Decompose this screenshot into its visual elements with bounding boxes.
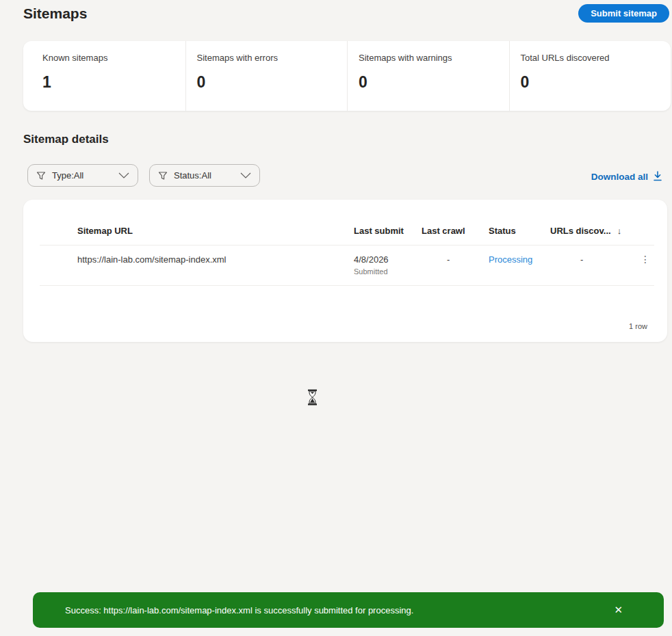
- toast-message: Success: https://lain-lab.com/sitemap-in…: [65, 605, 413, 615]
- stat-value: 1: [42, 73, 185, 92]
- stat-value: 0: [521, 73, 671, 92]
- close-icon[interactable]: ✕: [611, 602, 625, 618]
- last-submit-status: Submitted: [354, 267, 422, 276]
- sitemap-table: Sitemap URL Last submit Last crawl Statu…: [23, 200, 667, 342]
- column-header-last-submit[interactable]: Last submit: [354, 226, 422, 236]
- hourglass-busy-cursor-icon: [307, 389, 318, 408]
- chevron-down-icon: [240, 172, 251, 178]
- chevron-down-icon: [118, 172, 129, 178]
- last-submit-date: 4/8/2026: [354, 254, 422, 265]
- table-divider: [40, 285, 654, 286]
- submit-sitemap-button[interactable]: Submit sitemap: [578, 4, 669, 23]
- last-submit-cell: 4/8/2026 Submitted: [354, 254, 422, 276]
- download-all-label: Download all: [591, 172, 648, 182]
- stat-value: 0: [197, 73, 348, 92]
- section-title-sitemap-details: Sitemap details: [23, 133, 109, 146]
- stat-label: Sitemaps with warnings: [359, 53, 509, 63]
- last-crawl-cell: -: [422, 254, 489, 265]
- download-all-link[interactable]: Download all: [591, 171, 662, 182]
- urls-discovered-cell: -: [550, 254, 641, 265]
- type-filter-dropdown[interactable]: Type:All: [27, 164, 138, 187]
- table-header-row: Sitemap URL Last submit Last crawl Statu…: [23, 200, 667, 236]
- stats-summary: Known sitemaps 1 Sitemaps with errors 0 …: [23, 41, 671, 111]
- status-processing-link[interactable]: Processing: [489, 254, 532, 265]
- funnel-filter-icon: [36, 171, 46, 181]
- download-icon: [653, 171, 662, 182]
- column-header-last-crawl[interactable]: Last crawl: [422, 226, 489, 236]
- type-filter-label: Type:All: [52, 170, 83, 181]
- table-row-count: 1 row: [629, 322, 647, 330]
- status-filter-dropdown[interactable]: Status:All: [149, 164, 260, 187]
- stat-card-known-sitemaps: Known sitemaps 1: [23, 41, 185, 111]
- column-header-sitemap-url[interactable]: Sitemap URL: [23, 226, 354, 236]
- row-menu-kebab-icon[interactable]: ⋮: [641, 254, 650, 264]
- funnel-filter-icon: [158, 171, 168, 181]
- filter-row: Type:All Status:All: [27, 164, 260, 187]
- sitemap-url-cell: https://lain-lab.com/sitemap-index.xml: [23, 254, 354, 265]
- stat-label: Sitemaps with errors: [197, 53, 348, 63]
- stat-label: Total URLs discovered: [521, 53, 671, 63]
- stat-card-sitemaps-with-errors: Sitemaps with errors 0: [185, 41, 348, 111]
- column-header-status[interactable]: Status: [489, 226, 550, 236]
- page-title: Sitemaps: [23, 5, 87, 22]
- status-filter-label: Status:All: [174, 170, 211, 181]
- stat-card-total-urls-discovered: Total URLs discovered 0: [509, 41, 671, 111]
- stat-card-sitemaps-with-warnings: Sitemaps with warnings 0: [347, 41, 509, 111]
- column-header-urls-discovered[interactable]: URLs discov...: [550, 226, 611, 236]
- success-toast: Success: https://lain-lab.com/sitemap-in…: [33, 592, 664, 628]
- sort-descending-icon[interactable]: ↓: [617, 226, 622, 236]
- stat-label: Known sitemaps: [42, 53, 185, 63]
- stat-value: 0: [359, 73, 509, 92]
- table-row: https://lain-lab.com/sitemap-index.xml 4…: [23, 246, 667, 285]
- status-cell: Processing: [489, 254, 550, 265]
